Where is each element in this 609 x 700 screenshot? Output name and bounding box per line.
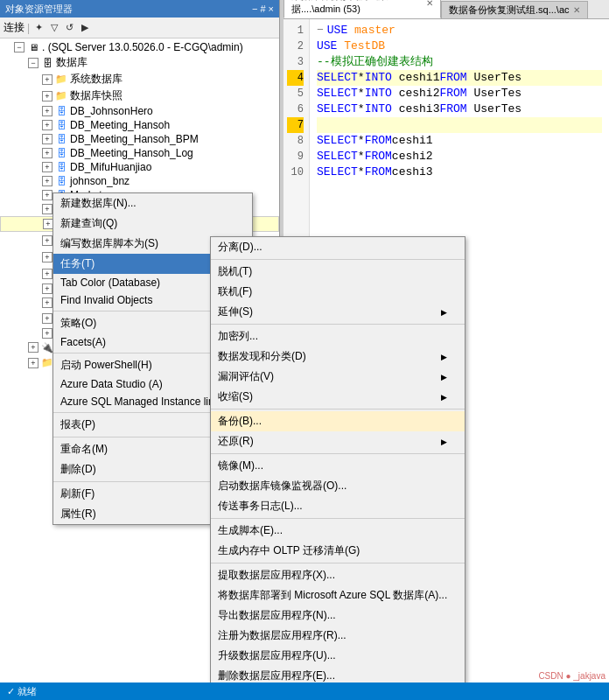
databases-toggle[interactable]: −	[28, 58, 38, 68]
sm-shrink-label: 收缩(S)	[218, 389, 253, 404]
sm-extract-dac[interactable]: 提取数据层应用程序(X)...	[211, 565, 465, 585]
sm-deploy-azure[interactable]: 将数据库部署到 Microsoft Azure SQL 数据库(A)...	[211, 585, 465, 606]
panel-dock-controls: − # ×	[252, 4, 274, 14]
sm-online[interactable]: 联机(F)	[211, 282, 465, 302]
line4-select: SELECT	[317, 70, 358, 86]
sm-mirror[interactable]: 镜像(M)...	[211, 456, 465, 476]
toolbar-refresh-btn[interactable]: ↺	[63, 21, 76, 34]
db4-toggle[interactable]: +	[42, 148, 52, 158]
sm-gen-scripts-label: 生成脚本(E)...	[218, 523, 283, 538]
tree-item-db2[interactable]: + 🗄 DB_Meeting_Hansoh	[0, 118, 279, 132]
db5-toggle[interactable]: +	[42, 162, 52, 172]
cm-powershell-label: 启动 PowerShell(H)	[60, 358, 152, 373]
tab-1-close[interactable]: ✕	[426, 0, 433, 8]
sm-sep6	[211, 563, 465, 564]
line10-table: ceshi3	[392, 164, 433, 180]
tree-item-db5[interactable]: + 🗄 DB_MifuHuanjiao	[0, 160, 279, 174]
sm-offline[interactable]: 脱机(T)	[211, 262, 465, 282]
tree-item-databases[interactable]: − 🗄 数据库	[0, 54, 279, 71]
db1-toggle[interactable]: +	[42, 106, 52, 116]
sm-shrink[interactable]: 收缩(S) ▶	[211, 387, 465, 407]
sm-upgrade-dac[interactable]: 升级数据层应用程序(U)...	[211, 646, 465, 666]
tree-item-db1[interactable]: + 🗄 DB_JohnsonHero	[0, 104, 279, 118]
ln-1: 1	[287, 23, 304, 38]
line4-table: UserTes	[467, 70, 522, 86]
sm-vuln-assess[interactable]: 漏洞评估(V) ▶	[211, 367, 465, 387]
tree-item-db6[interactable]: + 🗄 johnson_bnz	[0, 174, 279, 188]
line9-table: ceshi2	[392, 149, 433, 164]
server-icon: 🖥	[26, 41, 40, 53]
line8-star: *	[358, 133, 365, 149]
sm-mirror-monitor[interactable]: 启动数据库镜像监视器(O)...	[211, 476, 465, 496]
watermark: CSDN ● _jakjava	[538, 671, 606, 681]
db2-icon: 🗄	[54, 119, 68, 131]
cm-new-query[interactable]: 新建查询(Q)	[53, 214, 252, 234]
sm-delete-dac[interactable]: 删除数据层应用程序(E)...	[211, 666, 465, 682]
toolbar-new-btn[interactable]: ✦	[32, 21, 46, 34]
db8-toggle[interactable]: +	[42, 204, 52, 214]
cm-refresh-label: 刷新(F)	[60, 486, 94, 501]
tab-2-close[interactable]: ✕	[573, 5, 580, 15]
manage-toggle[interactable]: +	[42, 313, 52, 324]
code-line-7	[317, 117, 602, 133]
db5-label: DB_MifuHuanjiao	[70, 161, 151, 173]
line10-star: *	[358, 164, 365, 180]
sm-sep3	[211, 409, 465, 410]
sm-sep5	[211, 518, 465, 519]
alwayson-toggle[interactable]: +	[42, 298, 52, 308]
sm-export-dac-label: 导出数据层应用程序(N)...	[218, 608, 336, 623]
sm-backup-label: 备份(B)...	[218, 414, 262, 429]
security-toggle[interactable]: +	[42, 235, 52, 246]
sm-gen-oltp[interactable]: 生成内存中 OLTP 迁移清单(G)	[211, 541, 465, 561]
sm-sep1	[211, 259, 465, 260]
line9-select: SELECT	[317, 149, 358, 164]
sm-gen-scripts[interactable]: 生成脚本(E)...	[211, 521, 465, 541]
sm-backup[interactable]: 备份(B)...	[211, 411, 465, 431]
tree-item-db3[interactable]: + 🗄 DB_Meeting_Hansoh_BPM	[0, 132, 279, 146]
db3-toggle[interactable]: +	[42, 134, 52, 144]
toolbar-more-btn[interactable]: ▶	[79, 21, 91, 34]
sysdb-toggle[interactable]: +	[42, 74, 52, 85]
cm-new-database[interactable]: 新建数据库(N)...	[53, 193, 252, 214]
integration-toggle[interactable]: +	[42, 328, 52, 339]
line6-star: *	[358, 102, 365, 117]
sqlserver-toggle[interactable]: +	[28, 342, 38, 353]
sm-register-dac[interactable]: 注册为数据层应用程序(R)...	[211, 626, 465, 646]
tree-root-toggle[interactable]: −	[14, 42, 24, 52]
tab-1[interactable]: 数据库备份修复测试数据....\admin (53) ✕	[284, 0, 441, 18]
serverobj-toggle[interactable]: +	[42, 252, 52, 262]
dbsnapshot-toggle[interactable]: +	[42, 91, 52, 102]
line7-empty	[317, 117, 324, 133]
sm-stretch[interactable]: 延伸(S) ▶	[211, 302, 465, 322]
sm-mirror-label: 镜像(M)...	[218, 458, 263, 473]
repl-toggle[interactable]: +	[42, 269, 52, 279]
sm-restore[interactable]: 还原(R) ▶	[211, 431, 465, 452]
tree-item-sysdb[interactable]: + 📁 系统数据库	[0, 71, 279, 88]
toolbar-filter-btn[interactable]: ▽	[48, 21, 60, 34]
tab-2[interactable]: 数据备份恢复测试组.sq...\ac ✕	[441, 1, 588, 18]
xevent-toggle[interactable]: +	[28, 358, 38, 368]
tree-item-dbsnapshot[interactable]: + 📁 数据库快照	[0, 88, 279, 104]
polybase-toggle[interactable]: +	[42, 284, 52, 294]
tree-root[interactable]: − 🖥 . (SQL Server 13.0.5026.0 - E-CGQ\ad…	[0, 40, 279, 54]
sm-data-discovery[interactable]: 数据发现和分类(D) ▶	[211, 346, 465, 367]
code-line-10: SELECT * FROM ceshi3	[317, 164, 602, 180]
sm-gen-oltp-label: 生成内存中 OLTP 迁移清单(G)	[218, 543, 360, 558]
cm-find-invalid-label: Find Invalid Objects	[60, 294, 152, 306]
db2-toggle[interactable]: +	[42, 120, 52, 130]
sm-log-shipping[interactable]: 传送事务日志(L)...	[211, 496, 465, 516]
line4-into: INTO	[365, 70, 392, 86]
sm-deploy-azure-label: 将数据库部署到 Microsoft Azure SQL 数据库(A)...	[218, 588, 447, 603]
tab-2-label: 数据备份恢复测试组.sq...\ac	[449, 4, 570, 17]
panel-title: 对象资源管理器 − # ×	[0, 0, 279, 18]
sm-encrypt-col[interactable]: 加密列...	[211, 326, 465, 346]
db6-toggle[interactable]: +	[42, 176, 52, 186]
sm-export-dac[interactable]: 导出数据层应用程序(N)...	[211, 606, 465, 626]
tree-item-db4[interactable]: + 🗄 DB_Meeting_Hansoh_Log	[0, 146, 279, 160]
panel-toolbar: 连接 | ✦ ▽ ↺ ▶	[0, 18, 279, 38]
sm-detach[interactable]: 分离(D)...	[211, 237, 465, 257]
line10-select: SELECT	[317, 164, 358, 180]
ln-3: 3	[287, 54, 304, 70]
db7-toggle[interactable]: +	[42, 190, 52, 200]
line1-sp	[347, 23, 354, 38]
